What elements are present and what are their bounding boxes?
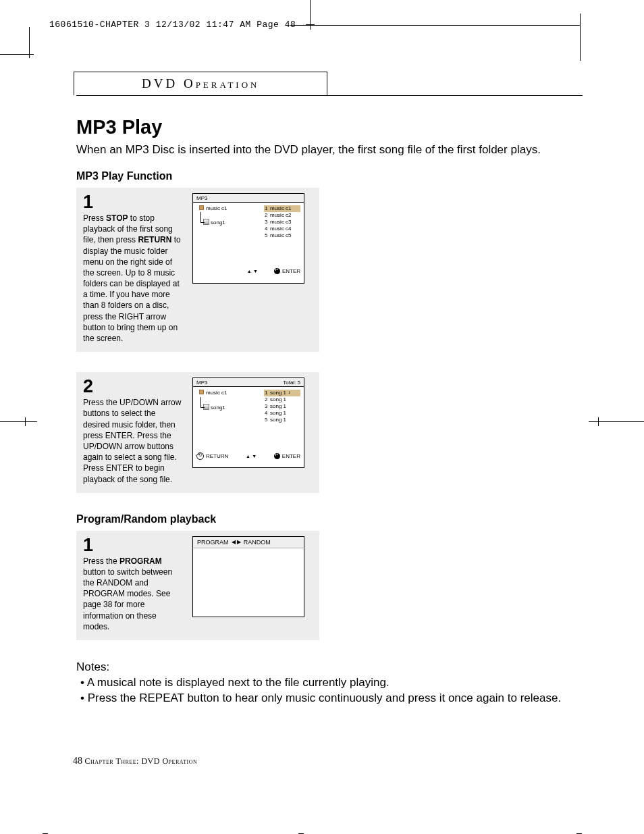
page-number: 48 (73, 756, 82, 766)
screen-footer: ENTER (193, 266, 304, 277)
list-item: 4song 1 (264, 410, 300, 417)
crop-mark (29, 27, 30, 58)
step-1: 1 Press STOP to stop playback of the fir… (76, 188, 319, 352)
crop-mark (0, 421, 37, 422)
note-item: A musical note is displayed next to the … (76, 675, 562, 691)
step-number: 1 (83, 536, 184, 554)
heading-main: MP3 Play (76, 116, 583, 138)
return-icon (196, 452, 204, 460)
page-content: DVD Operation MP3 Play When an MP3 Disc … (76, 72, 583, 706)
file-list: 1song 1♪2song 13song 14song 15song 1 (264, 390, 300, 448)
tree-folder: music c1 (206, 390, 227, 396)
text: Press the (83, 556, 119, 566)
list-item: 4music c4 (264, 226, 300, 232)
bold-text: PROGRAM (119, 556, 162, 566)
screen-footer: RETURN ENTER (193, 450, 304, 463)
step-3: 1 Press the PROGRAM button to switch bet… (76, 531, 319, 640)
crop-mark (25, 417, 26, 426)
program-label: PROGRAM (197, 539, 229, 546)
section-rule (76, 95, 583, 96)
list-item: 5song 1 (264, 417, 300, 423)
list-item: 1song 1♪ (264, 390, 300, 396)
file-icon (203, 404, 209, 410)
print-header: 16061510-CHAPTER 3 12/13/02 11:47 AM Pag… (49, 20, 296, 30)
notes-list: A musical note is displayed next to the … (76, 675, 562, 706)
enter-label: ENTER (282, 268, 300, 274)
step-number: 1 (83, 193, 184, 211)
step-1-screen: MP3 music c1 song1 1music c12music c23mu… (192, 193, 304, 284)
screen-header: MP3 (193, 194, 304, 203)
screen-header: PROGRAM ◀ ▶ RANDOM (193, 537, 304, 548)
screen-body: music c1 song1 1song 1♪2song 13song 14so… (193, 387, 304, 450)
file-icon (203, 219, 209, 225)
screen-header: MP3 Total: 5 (193, 378, 304, 387)
step-instruction: Press the PROGRAM button to switch betwe… (83, 556, 184, 632)
file-list: 1music c12music c23music c34music c45mus… (264, 205, 300, 263)
down-arrow-icon (253, 268, 258, 274)
folder-tree: music c1 song1 (196, 205, 227, 263)
step-1-text: 1 Press STOP to stop playback of the fir… (83, 193, 184, 344)
enter-label: ENTER (282, 453, 300, 459)
step-instruction: Press the UP/DOWN arrow buttons to selec… (83, 397, 184, 485)
enter-icon (274, 268, 280, 274)
bold-text: RETURN (138, 235, 171, 244)
step-2-screen: MP3 Total: 5 music c1 song1 1song 1♪2son… (192, 377, 304, 468)
screen-total: Total: 5 (283, 380, 300, 386)
footer-chapter: Chapter Three: DVD Operation (85, 756, 198, 766)
intro-text: When an MP3 Disc is inserted into the DV… (76, 142, 562, 158)
left-right-arrow-icon: ◀ ▶ (232, 539, 241, 545)
step-3-text: 1 Press the PROGRAM button to switch bet… (83, 536, 184, 632)
text: to display the music folder menu on the … (83, 235, 181, 343)
step-instruction: Press STOP to stop playback of the first… (83, 213, 184, 344)
list-item: 2song 1 (264, 396, 300, 403)
list-item: 3music c3 (264, 219, 300, 226)
step-number: 2 (83, 377, 184, 396)
list-item: 1music c1 (264, 205, 300, 212)
list-item: 2music c2 (264, 212, 300, 219)
screen-body: music c1 song1 1music c12music c23music … (193, 203, 304, 266)
music-note-icon: ♪ (288, 390, 291, 396)
subheading-play-function: MP3 Play Function (76, 170, 583, 182)
list-item: 3song 1 (264, 403, 300, 410)
step-3-screen: PROGRAM ◀ ▶ RANDOM (192, 536, 304, 617)
notes-heading: Notes: (76, 660, 583, 674)
screen-title: MP3 (196, 380, 207, 386)
manual-page: 16061510-CHAPTER 3 12/13/02 11:47 AM Pag… (0, 0, 644, 834)
text: Press (83, 213, 106, 223)
tree-folder: music c1 (206, 205, 227, 211)
print-header-rule (290, 25, 581, 26)
enter-icon (274, 453, 280, 459)
down-arrow-icon (252, 453, 257, 459)
section-title: DVD Operation (74, 72, 327, 95)
random-label: RANDOM (244, 539, 271, 546)
crop-mark (598, 417, 599, 426)
subheading-program: Program/Random playback (76, 513, 583, 525)
step-2: 2 Press the UP/DOWN arrow buttons to sel… (76, 372, 319, 493)
up-arrow-icon (246, 453, 250, 459)
crop-mark (589, 421, 644, 422)
text: button to switch between the RANDOM and … (83, 567, 172, 631)
folder-tree: music c1 song1 (196, 390, 227, 448)
step-2-text: 2 Press the UP/DOWN arrow buttons to sel… (83, 377, 184, 485)
list-item: 5music c5 (264, 232, 300, 239)
tree-song: song1 (211, 219, 225, 226)
note-item: Press the REPEAT button to hear only mus… (76, 691, 562, 706)
page-footer: 48 Chapter Three: DVD Operation (73, 756, 197, 766)
bold-text: STOP (106, 213, 128, 223)
up-arrow-icon (247, 268, 252, 274)
print-header-rule (580, 14, 581, 61)
screen-title: MP3 (196, 195, 207, 201)
return-label: RETURN (206, 453, 228, 459)
tree-song: song1 (211, 405, 225, 411)
